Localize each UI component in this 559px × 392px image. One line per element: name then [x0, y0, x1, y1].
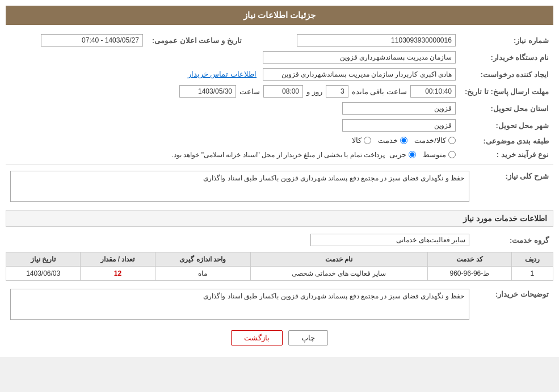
purchase-radio-medium[interactable]: [448, 151, 456, 158]
city-label: شهر محل تحویل:: [460, 117, 553, 134]
org-label: نام دستگاه خریدار:: [460, 49, 553, 66]
col-service-name: نام خدمت: [250, 252, 427, 267]
purchase-option-medium[interactable]: متوسط: [423, 150, 456, 159]
col-row-num: ردیف: [511, 252, 553, 267]
category-label-kala: کالا: [352, 136, 362, 145]
deadline-row: مهلت ارسال پاسخ: تا تاریخ: 1403/05/30 سا…: [6, 83, 553, 100]
category-option-kala[interactable]: کالا: [352, 136, 371, 145]
province-value: قزوین: [342, 102, 456, 115]
creator-label: ایجاد کننده درخواست:: [460, 66, 553, 83]
city-value: قزوین: [342, 119, 456, 132]
table-row: 1 ط-96-96-960 سایر فعالیت های خدماتی شخص…: [6, 267, 553, 281]
page-header: جزئیات اطلاعات نیاز: [6, 6, 553, 25]
cell-service-name: سایر فعالیت های خدماتی شخصی: [250, 267, 427, 281]
deadline-days: 3: [326, 85, 348, 98]
org-value: سازمان مدیریت پسماندشهرداری قزوین: [263, 51, 456, 64]
purchase-option-partial[interactable]: جزیی: [389, 150, 416, 159]
description-value: حفظ و نگهداری فضای سبز در مجتمع دفع پسما…: [10, 171, 469, 202]
col-qty: تعداد / مقدار: [81, 252, 155, 267]
announce-value: 1403/05/27 - 07:40: [41, 34, 143, 47]
deadline-remaining-label: ساعت باقی مانده: [352, 87, 407, 96]
main-info-table: شماره نیاز: 1103093930000016 تاریخ و ساع…: [6, 32, 553, 161]
contact-link[interactable]: اطلاعات تماس خریدار: [188, 70, 257, 78]
category-label-khedmat: خدمت: [378, 136, 398, 145]
category-option-khedmat[interactable]: خدمت: [378, 136, 407, 145]
purchase-label-partial: جزیی: [389, 150, 406, 159]
category-label-kala-khedmat: کالا/خدمت: [414, 136, 446, 145]
page-wrapper: جزئیات اطلاعات نیاز شماره نیاز: 11030939…: [0, 0, 559, 357]
org-row: نام دستگاه خریدار: سازمان مدیریت پسماندش…: [6, 49, 553, 66]
city-row: شهر محل تحویل: قزوین: [6, 117, 553, 134]
cell-unit: ماه: [155, 267, 250, 281]
col-unit: واحد اندازه گیری: [155, 252, 250, 267]
category-option-kala-khedmat[interactable]: کالا/خدمت: [414, 136, 456, 145]
purchase-radio-partial[interactable]: [409, 151, 416, 158]
deadline-days-label: روز و: [306, 87, 322, 96]
category-radio-kala[interactable]: [364, 137, 371, 144]
services-header-row: ردیف کد خدمت نام خدمت واحد اندازه گیری ت…: [6, 252, 553, 267]
services-section-title: اطلاعات خدمات مورد نیاز: [6, 210, 553, 227]
purchase-type-label: نوع فرآیند خرید :: [460, 148, 553, 161]
cell-qty: 12: [81, 267, 155, 281]
need-number-value: 1103093930000016: [297, 34, 456, 47]
announce-label: تاریخ و ساعت اعلان عمومی:: [148, 32, 246, 49]
deadline-remaining: 00:10:40: [410, 85, 456, 98]
col-date: تاریخ نیاز: [6, 252, 81, 267]
category-radio-group: کالا/خدمت خدمت کالا: [352, 136, 456, 145]
services-table: ردیف کد خدمت نام خدمت واحد اندازه گیری ت…: [6, 252, 553, 281]
purchase-type-row: نوع فرآیند خرید : متوسط جزیی پرداخت تمام…: [6, 148, 553, 161]
description-table: شرح کلی نیاز: حفظ و نگهداری فضای سبز در …: [6, 168, 553, 204]
deadline-date: 1403/05/30: [179, 85, 236, 98]
buyer-desc-label: توضیحات خریدار:: [474, 286, 553, 322]
back-button[interactable]: بازگشت: [231, 330, 283, 345]
cell-row-num: 1: [511, 267, 553, 281]
col-service-code: کد خدمت: [427, 252, 511, 267]
purchase-radio-group: متوسط جزیی: [389, 150, 456, 159]
province-row: استان محل تحویل: قزوین: [6, 100, 553, 117]
category-row: طبقه بندی موضوعی: کالا/خدمت خدمت کالا: [6, 134, 553, 148]
category-label: طبقه بندی موضوعی:: [460, 134, 553, 148]
page-title: جزئیات اطلاعات نیاز: [243, 10, 316, 20]
buyer-desc-value: حفظ و نگهداری فضای سبز در مجتمع دفع پسما…: [10, 289, 469, 320]
deadline-time: 08:00: [263, 85, 303, 98]
province-label: استان محل تحویل:: [460, 100, 553, 117]
buyer-desc-row: توضیحات خریدار: حفظ و نگهداری فضای سبز د…: [6, 286, 553, 322]
print-button[interactable]: چاپ: [288, 330, 328, 345]
description-row: شرح کلی نیاز: حفظ و نگهداری فضای سبز در …: [6, 168, 553, 204]
deadline-label: مهلت ارسال پاسخ: تا تاریخ:: [460, 83, 553, 100]
category-radio-khedmat[interactable]: [400, 137, 407, 144]
service-group-table: گروه خدمت: سایر فعالیت‌های خدماتی: [6, 231, 553, 248]
service-group-label: گروه خدمت:: [474, 231, 553, 248]
purchase-note: پرداخت تمام یا بخشی از مبلغ خریدار از مح…: [172, 151, 385, 159]
buyer-desc-table: توضیحات خریدار: حفظ و نگهداری فضای سبز د…: [6, 286, 553, 322]
deadline-time-label: ساعت: [239, 87, 260, 96]
need-number-row: شماره نیاز: 1103093930000016 تاریخ و ساع…: [6, 32, 553, 49]
service-group-row: گروه خدمت: سایر فعالیت‌های خدماتی: [6, 231, 553, 248]
service-group-value: سایر فعالیت‌های خدماتی: [310, 234, 469, 246]
description-label: شرح کلی نیاز:: [474, 168, 553, 204]
cell-date: 1403/06/03: [6, 267, 81, 281]
creator-value: هادی اکبری کاربردار سازمان مدیریت پسماند…: [263, 68, 456, 81]
need-number-label: شماره نیاز:: [460, 32, 553, 49]
creator-row: ایجاد کننده درخواست: هادی اکبری کاربردار…: [6, 66, 553, 83]
category-radio-kala-khedmat[interactable]: [448, 137, 456, 144]
purchase-label-medium: متوسط: [423, 150, 446, 159]
cell-service-code: ط-96-96-960: [427, 267, 511, 281]
button-group: چاپ بازگشت: [6, 330, 553, 345]
